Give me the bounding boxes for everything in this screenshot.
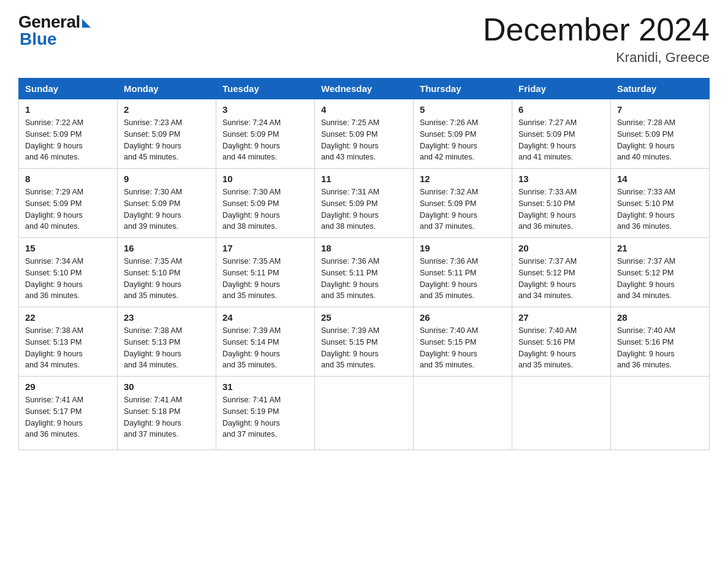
header-tuesday: Tuesday (216, 79, 315, 99)
day-info: Sunrise: 7:37 AM Sunset: 5:12 PM Dayligh… (518, 256, 604, 302)
day-number: 23 (124, 312, 210, 323)
calendar-cell: 1 Sunrise: 7:22 AM Sunset: 5:09 PM Dayli… (19, 99, 118, 169)
header-saturday: Saturday (611, 79, 710, 99)
day-number: 31 (222, 381, 308, 392)
day-info: Sunrise: 7:40 AM Sunset: 5:16 PM Dayligh… (518, 325, 604, 371)
day-number: 20 (518, 243, 604, 253)
calendar-cell: 26 Sunrise: 7:40 AM Sunset: 5:15 PM Dayl… (414, 307, 512, 377)
day-number: 13 (518, 174, 604, 184)
day-number: 10 (222, 174, 308, 184)
calendar-cell: 23 Sunrise: 7:38 AM Sunset: 5:13 PM Dayl… (118, 307, 216, 377)
calendar-cell: 10 Sunrise: 7:30 AM Sunset: 5:09 PM Dayl… (216, 169, 315, 238)
day-info: Sunrise: 7:24 AM Sunset: 5:09 PM Dayligh… (222, 117, 308, 163)
calendar-cell: 13 Sunrise: 7:33 AM Sunset: 5:10 PM Dayl… (512, 169, 611, 238)
day-number: 8 (25, 174, 111, 184)
day-number: 2 (124, 104, 210, 115)
calendar-cell: 20 Sunrise: 7:37 AM Sunset: 5:12 PM Dayl… (512, 238, 611, 307)
calendar-cell: 24 Sunrise: 7:39 AM Sunset: 5:14 PM Dayl… (216, 307, 315, 377)
day-number: 27 (518, 312, 604, 323)
header-row: Sunday Monday Tuesday Wednesday Thursday… (19, 79, 710, 99)
day-number: 21 (617, 243, 703, 253)
day-number: 17 (222, 243, 308, 253)
calendar-body: 1 Sunrise: 7:22 AM Sunset: 5:09 PM Dayli… (19, 99, 710, 450)
calendar-cell: 2 Sunrise: 7:23 AM Sunset: 5:09 PM Dayli… (118, 99, 216, 169)
calendar-cell: 7 Sunrise: 7:28 AM Sunset: 5:09 PM Dayli… (611, 99, 710, 169)
day-info: Sunrise: 7:26 AM Sunset: 5:09 PM Dayligh… (420, 117, 506, 163)
day-number: 4 (321, 104, 407, 115)
day-info: Sunrise: 7:38 AM Sunset: 5:13 PM Dayligh… (25, 325, 111, 371)
day-info: Sunrise: 7:30 AM Sunset: 5:09 PM Dayligh… (222, 186, 308, 232)
calendar-cell: 6 Sunrise: 7:27 AM Sunset: 5:09 PM Dayli… (512, 99, 611, 169)
day-info: Sunrise: 7:33 AM Sunset: 5:10 PM Dayligh… (518, 186, 604, 232)
page-header: General Blue December 2024 Kranidi, Gree… (18, 12, 710, 66)
day-number: 14 (617, 174, 703, 184)
header-monday: Monday (118, 79, 216, 99)
day-number: 12 (420, 174, 506, 184)
header-sunday: Sunday (19, 79, 118, 99)
day-number: 26 (420, 312, 506, 323)
day-info: Sunrise: 7:39 AM Sunset: 5:14 PM Dayligh… (222, 325, 308, 371)
day-info: Sunrise: 7:39 AM Sunset: 5:15 PM Dayligh… (321, 325, 407, 371)
day-number: 19 (420, 243, 506, 253)
logo: General Blue (18, 12, 91, 49)
day-number: 1 (25, 104, 111, 115)
logo-blue-text: Blue (20, 29, 57, 49)
calendar-cell: 9 Sunrise: 7:30 AM Sunset: 5:09 PM Dayli… (118, 169, 216, 238)
calendar-table: Sunday Monday Tuesday Wednesday Thursday… (18, 78, 710, 450)
calendar-week-4: 22 Sunrise: 7:38 AM Sunset: 5:13 PM Dayl… (19, 307, 710, 377)
header-friday: Friday (512, 79, 611, 99)
calendar-title: December 2024 (483, 12, 710, 47)
calendar-cell: 18 Sunrise: 7:36 AM Sunset: 5:11 PM Dayl… (315, 238, 414, 307)
day-number: 28 (617, 312, 703, 323)
day-info: Sunrise: 7:36 AM Sunset: 5:11 PM Dayligh… (321, 256, 407, 302)
calendar-cell (414, 377, 512, 450)
day-info: Sunrise: 7:37 AM Sunset: 5:12 PM Dayligh… (617, 256, 703, 302)
day-info: Sunrise: 7:40 AM Sunset: 5:15 PM Dayligh… (420, 325, 506, 371)
day-info: Sunrise: 7:36 AM Sunset: 5:11 PM Dayligh… (420, 256, 506, 302)
day-info: Sunrise: 7:41 AM Sunset: 5:19 PM Dayligh… (222, 394, 308, 440)
calendar-cell: 4 Sunrise: 7:25 AM Sunset: 5:09 PM Dayli… (315, 99, 414, 169)
calendar-cell (315, 377, 414, 450)
day-number: 5 (420, 104, 506, 115)
day-number: 29 (25, 381, 111, 392)
day-number: 25 (321, 312, 407, 323)
calendar-cell: 5 Sunrise: 7:26 AM Sunset: 5:09 PM Dayli… (414, 99, 512, 169)
day-info: Sunrise: 7:29 AM Sunset: 5:09 PM Dayligh… (25, 186, 111, 232)
day-number: 22 (25, 312, 111, 323)
calendar-week-1: 1 Sunrise: 7:22 AM Sunset: 5:09 PM Dayli… (19, 99, 710, 169)
day-info: Sunrise: 7:32 AM Sunset: 5:09 PM Dayligh… (420, 186, 506, 232)
day-info: Sunrise: 7:33 AM Sunset: 5:10 PM Dayligh… (617, 186, 703, 232)
day-number: 7 (617, 104, 703, 115)
day-number: 30 (124, 381, 210, 392)
day-number: 16 (124, 243, 210, 253)
day-info: Sunrise: 7:35 AM Sunset: 5:10 PM Dayligh… (124, 256, 210, 302)
header-thursday: Thursday (414, 79, 512, 99)
calendar-cell: 14 Sunrise: 7:33 AM Sunset: 5:10 PM Dayl… (611, 169, 710, 238)
day-info: Sunrise: 7:31 AM Sunset: 5:09 PM Dayligh… (321, 186, 407, 232)
calendar-week-5: 29 Sunrise: 7:41 AM Sunset: 5:17 PM Dayl… (19, 377, 710, 450)
day-number: 11 (321, 174, 407, 184)
calendar-cell (611, 377, 710, 450)
day-info: Sunrise: 7:23 AM Sunset: 5:09 PM Dayligh… (124, 117, 210, 163)
calendar-cell: 11 Sunrise: 7:31 AM Sunset: 5:09 PM Dayl… (315, 169, 414, 238)
logo-arrow-icon (82, 19, 91, 28)
day-info: Sunrise: 7:41 AM Sunset: 5:17 PM Dayligh… (25, 394, 111, 440)
day-info: Sunrise: 7:38 AM Sunset: 5:13 PM Dayligh… (124, 325, 210, 371)
calendar-cell: 15 Sunrise: 7:34 AM Sunset: 5:10 PM Dayl… (19, 238, 118, 307)
day-number: 9 (124, 174, 210, 184)
day-number: 15 (25, 243, 111, 253)
day-info: Sunrise: 7:30 AM Sunset: 5:09 PM Dayligh… (124, 186, 210, 232)
calendar-week-2: 8 Sunrise: 7:29 AM Sunset: 5:09 PM Dayli… (19, 169, 710, 238)
calendar-location: Kranidi, Greece (483, 50, 710, 66)
calendar-cell: 27 Sunrise: 7:40 AM Sunset: 5:16 PM Dayl… (512, 307, 611, 377)
calendar-cell: 21 Sunrise: 7:37 AM Sunset: 5:12 PM Dayl… (611, 238, 710, 307)
calendar-week-3: 15 Sunrise: 7:34 AM Sunset: 5:10 PM Dayl… (19, 238, 710, 307)
day-number: 24 (222, 312, 308, 323)
calendar-cell: 8 Sunrise: 7:29 AM Sunset: 5:09 PM Dayli… (19, 169, 118, 238)
calendar-cell: 16 Sunrise: 7:35 AM Sunset: 5:10 PM Dayl… (118, 238, 216, 307)
day-number: 6 (518, 104, 604, 115)
calendar-header: Sunday Monday Tuesday Wednesday Thursday… (19, 79, 710, 99)
calendar-cell: 22 Sunrise: 7:38 AM Sunset: 5:13 PM Dayl… (19, 307, 118, 377)
day-info: Sunrise: 7:41 AM Sunset: 5:18 PM Dayligh… (124, 394, 210, 440)
calendar-cell: 29 Sunrise: 7:41 AM Sunset: 5:17 PM Dayl… (19, 377, 118, 450)
